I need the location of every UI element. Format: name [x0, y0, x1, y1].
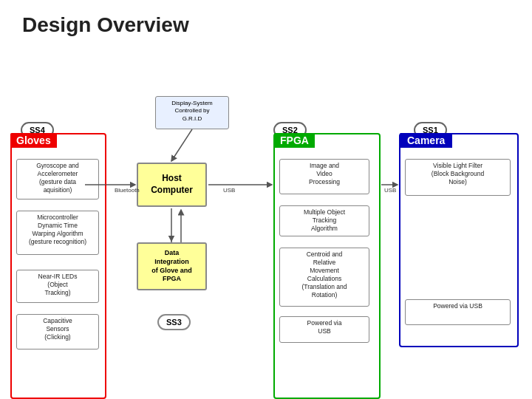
- data-integration-box: DataIntegrationof Glove andFPGA: [137, 242, 207, 290]
- ss3-badge: SS3: [157, 314, 191, 330]
- usb1-label: USB: [223, 187, 235, 194]
- gloves-item-2: Near-IR LEDs(ObjectTracking): [16, 270, 99, 303]
- fpga-label: FPGA: [274, 133, 315, 148]
- host-computer-text: HostComputer: [151, 173, 193, 196]
- fpga-item-0: Image andVideoProcessing: [279, 159, 369, 194]
- usb2-label: USB: [384, 187, 396, 194]
- camera-item-0: Visible Light Filter(Block BackgroundNoi…: [405, 159, 511, 196]
- page-title: Design Overview: [0, 0, 532, 44]
- fpga-item-2: Centroid andRelativeMovementCalculations…: [279, 248, 369, 307]
- svg-line-0: [171, 129, 192, 161]
- diagram-area: Display-System Controlled by G.R.I.D SS4…: [0, 44, 532, 399]
- camera-label: Camera: [400, 133, 452, 148]
- gloves-label: Gloves: [10, 133, 57, 148]
- fpga-item-3: Powered viaUSB: [279, 316, 369, 343]
- camera-item-1: Powered via USB: [405, 299, 511, 325]
- display-system-box: Display-System Controlled by G.R.I.D: [155, 96, 229, 129]
- gloves-item-0: Gyroscope andAccelerometer(gesture dataa…: [16, 159, 99, 200]
- bluetooth-label: Bluetooth: [115, 187, 140, 194]
- gloves-item-3: CapacitiveSensors(Clicking): [16, 314, 99, 349]
- display-text: Display-System Controlled by G.R.I.D: [171, 100, 213, 122]
- gloves-item-1: MicrocontrollerDynamic TimeWarping Algor…: [16, 211, 99, 255]
- fpga-item-1: Multiple ObjectTrackingAlgorithm: [279, 205, 369, 236]
- data-integration-text: DataIntegrationof Glove andFPGA: [151, 249, 192, 284]
- host-computer-box: HostComputer: [137, 163, 207, 207]
